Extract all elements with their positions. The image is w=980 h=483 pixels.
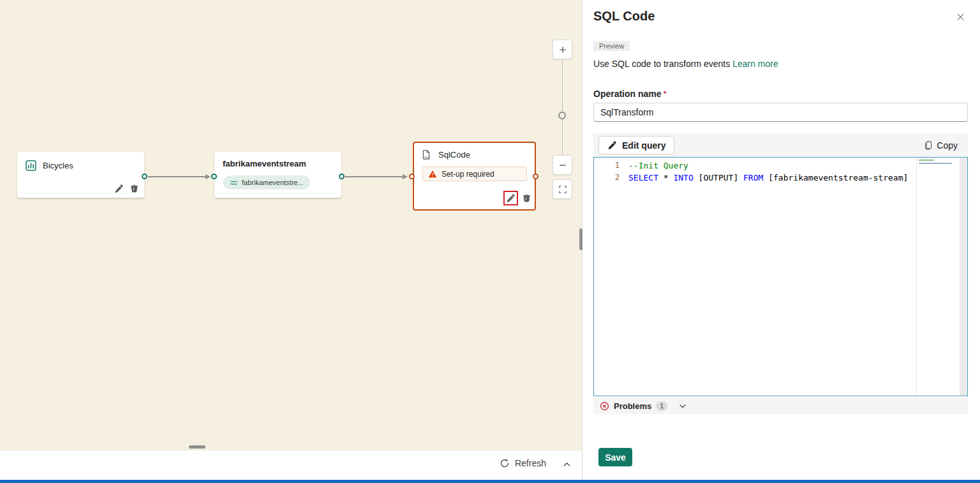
connector-dot[interactable] xyxy=(339,174,345,179)
line-number: 1 xyxy=(594,160,620,172)
canvas-vertical-scrollbar[interactable] xyxy=(579,228,583,250)
connector-dot[interactable] xyxy=(409,174,415,179)
node-sqlcode[interactable]: SQL SqlCode Set-up required xyxy=(413,142,536,211)
required-asterisk: * xyxy=(664,89,667,99)
node-title: Bicycles xyxy=(43,161,73,170)
connector-dot[interactable] xyxy=(211,174,217,179)
arrowhead xyxy=(205,174,211,179)
code-lines[interactable]: 1--Init Query2SELECT * INTO [OUTPUT] FRO… xyxy=(594,160,909,184)
edge-bicycles-eventstream xyxy=(148,176,207,177)
refresh-icon xyxy=(500,458,510,468)
minimap[interactable] xyxy=(916,158,959,396)
setup-required-warning: Set-up required xyxy=(422,167,527,181)
minus-icon xyxy=(558,161,567,170)
canvas-footer: Refresh xyxy=(0,450,582,480)
pencil-icon xyxy=(506,193,516,203)
description-text: Use SQL code to transform events xyxy=(593,59,732,69)
copy-icon xyxy=(923,140,933,151)
edit-query-button[interactable]: Edit query xyxy=(598,136,674,154)
setup-required-label: Set-up required xyxy=(442,170,494,179)
sql-code-panel: SQL Code Preview Use SQL code to transfo… xyxy=(583,0,980,480)
connector-dot[interactable] xyxy=(533,174,538,179)
problems-label: Problems xyxy=(614,401,651,411)
problems-bar[interactable]: Problems 1 xyxy=(593,398,968,414)
fit-to-screen-button[interactable] xyxy=(553,179,572,199)
copy-button[interactable]: Copy xyxy=(919,140,961,151)
eventstream-badge-label: fabrikameventstre... xyxy=(242,179,304,186)
save-button[interactable]: Save xyxy=(598,448,632,466)
edge-eventstream-sqlcode xyxy=(345,176,404,177)
zoom-out-button[interactable] xyxy=(553,155,572,175)
minimap-line xyxy=(919,160,934,161)
error-icon xyxy=(600,401,609,411)
panel-description: Use SQL code to transform events Learn m… xyxy=(593,59,778,69)
chevron-down-icon[interactable] xyxy=(678,401,687,410)
stream-icon xyxy=(230,179,238,187)
code-text[interactable]: --Init Query xyxy=(620,160,688,172)
arrowhead xyxy=(403,174,408,179)
copy-label: Copy xyxy=(937,140,958,151)
zoom-slider-handle[interactable] xyxy=(558,112,566,119)
operation-name-label: Operation name* xyxy=(593,89,667,99)
code-text[interactable]: SELECT * INTO [OUTPUT] FROM [fabrikameve… xyxy=(620,172,908,184)
code-line[interactable]: 2SELECT * INTO [OUTPUT] FROM [fabrikamev… xyxy=(594,172,909,184)
editor-scrollbar[interactable] xyxy=(960,158,967,396)
svg-text:SQL: SQL xyxy=(424,156,430,159)
sql-document-icon: SQL xyxy=(421,149,432,160)
warning-icon xyxy=(428,170,437,179)
node-bicycles[interactable]: Bicycles xyxy=(17,152,144,198)
eventstream-badge: fabrikameventstre... xyxy=(223,175,310,189)
eventstream-canvas[interactable]: Bicycles fabrikameventstream fabrikameve… xyxy=(0,0,583,480)
fit-to-screen-icon xyxy=(558,185,567,194)
node-title: fabrikameventstream xyxy=(223,159,306,168)
editor-toolbar: Edit query Copy xyxy=(593,133,968,157)
chevron-up-icon[interactable] xyxy=(562,460,572,470)
bottom-accent-strip xyxy=(0,480,980,483)
minimap-line xyxy=(919,163,952,164)
zoom-slider[interactable] xyxy=(562,61,563,154)
zoom-in-button[interactable] xyxy=(553,40,572,59)
pencil-icon[interactable] xyxy=(114,184,124,193)
bar-chart-icon xyxy=(26,160,36,171)
node-eventstream[interactable]: fabrikameventstream fabrikameventstre... xyxy=(214,152,341,198)
panel-title: SQL Code xyxy=(593,9,655,24)
problems-count-badge: 1 xyxy=(656,401,667,411)
connector-dot[interactable] xyxy=(142,174,147,179)
trash-icon[interactable] xyxy=(522,193,531,203)
plus-icon xyxy=(558,45,567,54)
refresh-label: Refresh xyxy=(515,458,546,468)
refresh-button[interactable]: Refresh xyxy=(500,458,546,468)
sql-code-editor[interactable]: 1--Init Query2SELECT * INTO [OUTPUT] FRO… xyxy=(593,157,968,396)
line-number: 2 xyxy=(594,172,620,184)
node-title: SqlCode xyxy=(438,150,470,160)
pencil-icon xyxy=(607,140,617,150)
sqlcode-edit-button[interactable] xyxy=(503,191,518,205)
operation-name-input[interactable] xyxy=(593,103,968,122)
canvas-horizontal-scrollbar[interactable] xyxy=(189,445,205,449)
operation-name-text: Operation name xyxy=(593,89,662,99)
preview-badge: Preview xyxy=(593,41,630,51)
edit-query-label: Edit query xyxy=(622,140,665,151)
code-line[interactable]: 1--Init Query xyxy=(594,160,909,172)
close-icon[interactable] xyxy=(955,11,966,22)
learn-more-link[interactable]: Learn more xyxy=(732,59,778,69)
trash-icon[interactable] xyxy=(130,184,139,193)
